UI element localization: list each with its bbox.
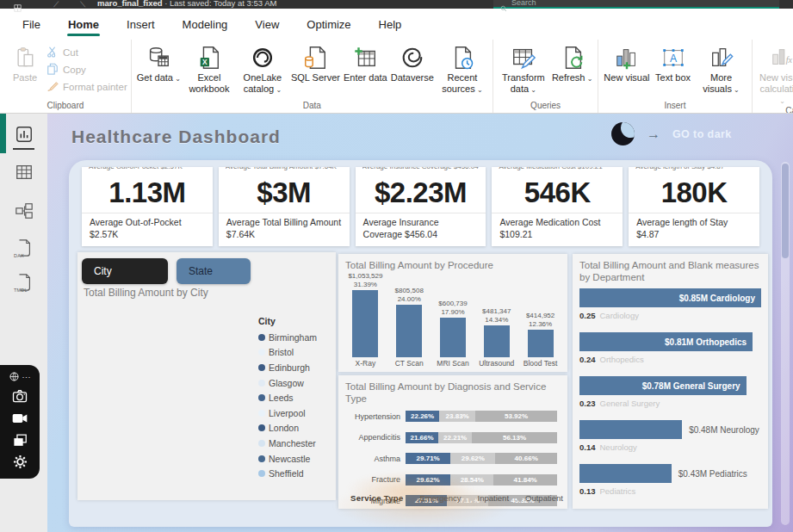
legend-item-leeds[interactable]: Leeds	[258, 390, 317, 405]
diagnosis-chart-card[interactable]: Total Billing Amount by Diagnosis and Se…	[338, 375, 567, 509]
menu-tab-help[interactable]: Help	[365, 9, 416, 40]
x-axis-label: X-Ray	[356, 359, 376, 369]
dark-mode-toggle[interactable]: → GO to dark	[611, 122, 732, 145]
new-visual-calculation-button[interactable]: fxNew visual calculation ⌄	[756, 41, 793, 106]
segment-outpatient[interactable]: 40.66%	[495, 453, 557, 464]
dataverse-button[interactable]: Dataverse	[389, 41, 436, 84]
stacked-bar[interactable]: 22.26%23.83%53.92%	[406, 411, 557, 422]
canvas-scrollbar[interactable]	[781, 162, 790, 525]
legend-item-london[interactable]: London	[258, 421, 317, 436]
bar-column-x-ray[interactable]: $1,053,52931.39%X-Ray	[344, 272, 387, 369]
bar[interactable]	[352, 290, 378, 357]
department-chart-card[interactable]: Total Billing Amount and Blank measures …	[573, 254, 768, 509]
gear-icon[interactable]	[12, 454, 28, 473]
camera-icon[interactable]	[11, 387, 28, 408]
windows-icon[interactable]	[12, 432, 28, 452]
bar[interactable]	[396, 305, 422, 357]
bar[interactable]: $0.81M Orthopedics	[579, 332, 753, 351]
city-chart-card[interactable]: CityState Total Billing Amount by City C…	[77, 252, 336, 500]
menu-tab-optimize[interactable]: Optimize	[293, 9, 364, 40]
onelake-catalog-button[interactable]: OneLake catalog ⌄	[236, 41, 289, 95]
plugin-icon[interactable]: ...	[9, 370, 32, 386]
copy-button[interactable]: Copy	[46, 63, 127, 77]
sidebar-item-tmdl-view[interactable]: TMDL	[14, 274, 34, 294]
kpi-card[interactable]: Average Insurance Coverage $456.04$2.23M…	[356, 167, 486, 246]
recent-sources-button[interactable]: Recent sources ⌄	[436, 41, 489, 95]
secondary-measure-label: 0.23General Surgery	[579, 399, 761, 409]
bar-column-ct-scan[interactable]: $805,50824.00%CT Scan	[387, 272, 431, 369]
bar[interactable]	[484, 325, 510, 357]
segment-outpatient[interactable]: 56.13%	[472, 432, 557, 443]
segment-inpatient[interactable]: 28.54%	[450, 474, 493, 486]
bar[interactable]	[440, 318, 466, 357]
segment-emergency[interactable]: 22.26%	[406, 411, 439, 422]
kpi-card[interactable]: Average Out-of-Pocket $2.57K1.13MAverage…	[82, 167, 213, 246]
legend-item-outpatient[interactable]: Outpatient	[517, 493, 563, 503]
sql-server-button[interactable]: SQL Server	[289, 41, 342, 84]
segment-inpatient[interactable]: 22.21%	[438, 432, 472, 443]
legend-item-glasgow[interactable]: Glasgow	[258, 375, 317, 391]
segment-outpatient[interactable]: 41.84%	[493, 474, 557, 486]
sidebar-item-report-view[interactable]	[14, 126, 34, 146]
new-visual-button[interactable]: New visual	[602, 41, 651, 84]
bar-column-blood-test[interactable]: $414,95212.36%Blood Test	[518, 272, 562, 369]
legend-item-edinburgh[interactable]: Edinburgh	[258, 360, 317, 375]
stacked-bar[interactable]: 21.66%22.21%56.13%	[406, 432, 557, 443]
powerbi-grid-icon[interactable]	[14, 0, 22, 15]
segment-emergency[interactable]: 21.66%	[406, 432, 438, 443]
menu-tab-view[interactable]: View	[241, 9, 293, 40]
segment-emergency[interactable]: 29.62%	[406, 474, 450, 486]
legend-item-bristol[interactable]: Bristol	[258, 345, 317, 361]
get-data-button[interactable]: Get data ⌄	[135, 41, 183, 84]
format-painter-button[interactable]: Format painter	[46, 80, 127, 94]
legend-item-sheffield[interactable]: Sheffield	[258, 466, 317, 481]
enter-data-button[interactable]: Enter data	[342, 41, 389, 84]
transform-data-button[interactable]: Transform data ⌄	[497, 41, 550, 95]
video-camera-icon[interactable]	[11, 410, 28, 430]
bar[interactable]: $0.78M General Surgery	[579, 376, 747, 395]
bar[interactable]	[579, 464, 672, 483]
procedure-chart-card[interactable]: Total Billing Amount by Procedure $1,053…	[338, 254, 567, 372]
legend-item-inpatient[interactable]: Inpatient	[469, 493, 509, 503]
undo-icon[interactable]: ⟋	[53, 1, 60, 8]
chevron-down-icon: ⌄	[173, 75, 181, 83]
legend-item-manchester[interactable]: Manchester	[258, 436, 317, 451]
bar-column-ultrasound[interactable]: $481,34714.34%Ultrasound	[474, 272, 518, 369]
kpi-card[interactable]: Average Total Billing Amount $7.64K$3MAv…	[219, 167, 350, 246]
legend-item-birmingham[interactable]: Birmingham	[258, 330, 317, 345]
menu-tab-home[interactable]: Home	[54, 9, 113, 40]
state-filter-button[interactable]: State	[177, 258, 251, 284]
bar[interactable]: $0.85M Cardiology	[579, 288, 761, 307]
segment-inpatient[interactable]: 23.83%	[439, 411, 475, 422]
kpi-card[interactable]: Average length of Stay $4.87180KAverage …	[629, 167, 759, 246]
segment-emergency[interactable]: 29.71%	[406, 453, 450, 464]
bar[interactable]	[528, 330, 554, 357]
legend-item-emergency[interactable]: Emergency	[412, 493, 462, 503]
search-input[interactable]: Search	[493, 0, 779, 9]
model-view-icon	[15, 201, 34, 224]
kpi-card[interactable]: Average Medication Cost $109.21546KAvera…	[492, 167, 623, 246]
more-visuals-button[interactable]: More visuals ⌄	[695, 41, 748, 95]
sidebar-item-dax-query-view[interactable]: DAX	[14, 239, 34, 260]
cut-button[interactable]: Cut	[46, 46, 127, 59]
stacked-bar[interactable]: 29.71%29.62%40.66%	[406, 453, 557, 464]
menu-tab-modeling[interactable]: Modeling	[169, 9, 242, 40]
redo-icon[interactable]: ⟍	[80, 1, 87, 8]
refresh-button[interactable]: Refresh ⌄	[550, 41, 594, 84]
city-filter-button[interactable]: City	[82, 258, 168, 284]
paste-button[interactable]: Paste	[3, 41, 46, 84]
segment-outpatient[interactable]: 53.92%	[475, 411, 557, 422]
segment-inpatient[interactable]: 29.62%	[450, 453, 495, 464]
excel-workbook-button[interactable]: XExcel workbook	[183, 41, 236, 95]
svg-text:X: X	[202, 57, 208, 65]
legend-item-newcastle[interactable]: Newcastle	[258, 451, 317, 467]
bar-column-mri-scan[interactable]: $600,73917.90%MRI Scan	[431, 272, 475, 369]
scrollbar-thumb[interactable]	[782, 164, 789, 258]
menu-tab-insert[interactable]: Insert	[113, 9, 169, 40]
sidebar-item-table-view[interactable]	[14, 164, 34, 184]
sidebar-item-model-view[interactable]	[14, 202, 34, 223]
stacked-bar[interactable]: 29.62%28.54%41.84%	[406, 474, 557, 486]
bar[interactable]	[579, 420, 682, 439]
legend-item-liverpool[interactable]: Liverpool	[258, 405, 317, 421]
text-box-button[interactable]: AText box	[652, 41, 695, 84]
